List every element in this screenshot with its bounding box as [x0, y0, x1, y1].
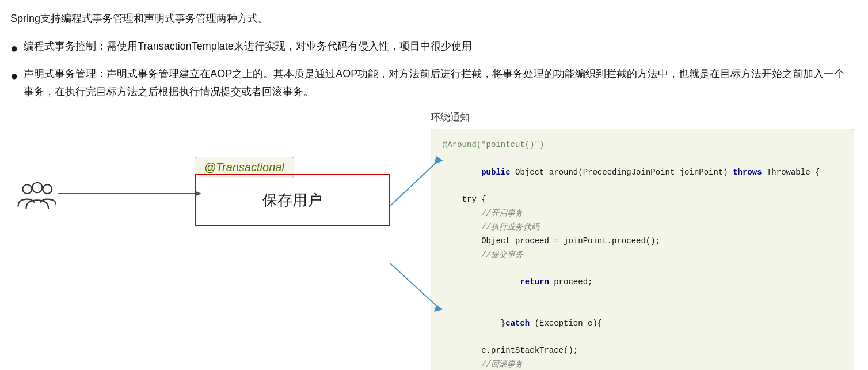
diagram-left: @Transactional 保存用户 — [10, 111, 425, 307]
bullet-item-2: ● 声明式事务管理：声明式事务管理建立在AOP之上的。其本质是通过AOP功能，对… — [10, 65, 854, 100]
diagram-section: @Transactional 保存用户 环绕通知 @Around("pointc… — [10, 111, 854, 370]
code-title: 环绕通知 — [431, 111, 854, 124]
bullet-item-1: ● 编程式事务控制：需使用TransactionTemplate来进行实现，对业… — [10, 37, 854, 58]
bullet-text-2: 声明式事务管理：声明式事务管理建立在AOP之上的。其本质是通过AOP功能，对方法… — [24, 65, 854, 100]
svg-point-1 — [32, 183, 43, 193]
code-line-10: e.printStackTrace(); — [443, 344, 842, 358]
save-user-box: 保存用户 — [195, 174, 390, 226]
bullet-text-1: 编程式事务控制：需使用TransactionTemplate来进行实现，对业务代… — [24, 37, 854, 55]
code-box: @Around("pointcut()") public Object arou… — [431, 129, 854, 370]
code-line-11: //回滚事务 — [443, 358, 842, 370]
svg-point-2 — [43, 184, 52, 194]
user-icon — [16, 180, 56, 214]
bullet-dot-1: ● — [10, 38, 18, 58]
bullet-dot-2: ● — [10, 66, 18, 86]
svg-point-0 — [22, 184, 32, 194]
code-line-3: try { — [443, 193, 842, 207]
code-line-7: //提交事务 — [443, 248, 842, 262]
keyword-public: public — [481, 168, 510, 177]
code-line-8: return proceed; — [443, 262, 842, 303]
code-line-1: @Around("pointcut()") — [443, 138, 842, 152]
intro-text: Spring支持编程式事务管理和声明式事务管理两种方式。 — [10, 10, 854, 27]
arrow-user-to-box — [58, 193, 201, 194]
save-user-label: 保存用户 — [262, 190, 322, 210]
code-line-2: public Object around(ProceedingJoinPoint… — [443, 152, 842, 193]
code-line-9: }catch (Exception e){ — [443, 303, 842, 344]
code-line-6: Object proceed = joinPoint.proceed(); — [443, 235, 842, 248]
code-line-4: //开启事务 — [443, 207, 842, 221]
code-line-5: //执行业务代码 — [443, 221, 842, 235]
bullet-list: ● 编程式事务控制：需使用TransactionTemplate来进行实现，对业… — [10, 37, 854, 100]
code-section: 环绕通知 @Around("pointcut()") public Object… — [431, 111, 854, 370]
